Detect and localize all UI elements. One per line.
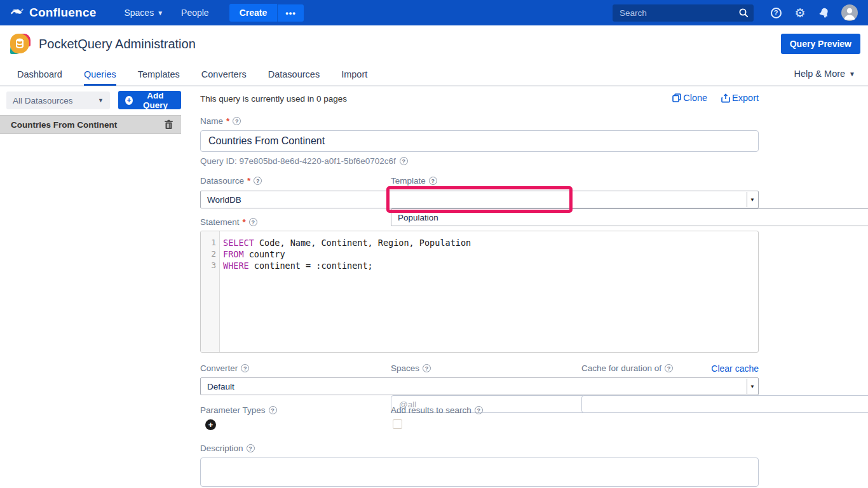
help-icon[interactable]: ? xyxy=(769,6,783,20)
datasource-label: Datasource* ? xyxy=(200,176,377,186)
export-link[interactable]: Export xyxy=(721,93,759,103)
tab-import[interactable]: Import xyxy=(341,64,367,84)
help-qmark-icon[interactable]: ? xyxy=(249,218,257,226)
converter-select[interactable]: Default ▼ xyxy=(200,377,759,395)
nav-spaces[interactable]: Spaces▼ xyxy=(124,8,163,18)
spaces-label: Spaces ? xyxy=(391,363,568,373)
confluence-logo-icon xyxy=(10,4,24,21)
help-qmark-icon[interactable]: ? xyxy=(247,444,255,452)
nav-more-button[interactable]: ••• xyxy=(277,4,304,22)
template-label: Template ? xyxy=(391,176,568,186)
datasource-filter-select[interactable]: All Datasources▼ xyxy=(6,92,110,109)
query-name: Countries From Continent xyxy=(11,120,117,130)
page-title: PocketQuery Administration xyxy=(39,37,196,51)
notifications-bell-icon[interactable] xyxy=(817,6,831,20)
admin-tabbar: Dashboard Queries Templates Converters D… xyxy=(0,62,868,86)
help-qmark-icon[interactable]: ? xyxy=(429,177,437,185)
plus-icon: + xyxy=(125,96,133,105)
page-header: PocketQuery Administration Query Preview xyxy=(0,25,868,62)
top-navbar: Confluence Spaces▼ People Create ••• ? ⚙ xyxy=(0,0,868,25)
nav-people[interactable]: People xyxy=(181,8,209,18)
help-qmark-icon[interactable]: ? xyxy=(254,177,262,185)
chevron-down-icon: ▼ xyxy=(157,10,163,17)
gear-icon[interactable]: ⚙ xyxy=(793,6,807,20)
chevron-down-icon: ▼ xyxy=(98,97,104,104)
add-query-button[interactable]: + Add Query xyxy=(118,91,181,109)
parameter-types-label: Parameter Types ? xyxy=(200,405,377,415)
confluence-brand[interactable]: Confluence xyxy=(10,4,96,21)
help-qmark-icon[interactable]: ? xyxy=(233,117,241,125)
dropdown-arrow-icon: ▼ xyxy=(747,192,757,207)
name-input[interactable] xyxy=(200,130,759,152)
chevron-down-icon: ▼ xyxy=(849,71,855,78)
converter-label: Converter ? xyxy=(200,363,377,373)
description-textarea[interactable] xyxy=(200,458,759,487)
queries-sidebar: All Datasources▼ + Add Query Countries F… xyxy=(0,86,181,488)
user-avatar[interactable] xyxy=(841,4,858,21)
search-box xyxy=(613,4,754,22)
query-edit-form: This query is currently used in 0 pages … xyxy=(200,86,759,488)
help-qmark-icon[interactable]: ? xyxy=(241,364,249,372)
cache-duration-input[interactable] xyxy=(581,395,868,413)
sql-code[interactable]: SELECT Code, Name, Continent, Region, Po… xyxy=(220,231,471,352)
clone-link[interactable]: Clone xyxy=(672,93,707,103)
editor-line-numbers: 1 2 3 xyxy=(201,231,220,352)
tab-dashboard[interactable]: Dashboard xyxy=(17,64,62,84)
search-input[interactable] xyxy=(613,4,754,22)
tab-templates[interactable]: Templates xyxy=(138,64,180,84)
statement-code-editor[interactable]: 1 2 3 SELECT Code, Name, Continent, Regi… xyxy=(200,231,759,353)
name-label: Name* ? xyxy=(200,116,759,126)
tab-queries[interactable]: Queries xyxy=(84,64,116,86)
query-preview-button[interactable]: Query Preview xyxy=(781,34,860,54)
usage-text: This query is currently used in 0 pages xyxy=(200,94,347,104)
help-qmark-icon[interactable]: ? xyxy=(400,157,408,165)
query-list-item[interactable]: Countries From Continent xyxy=(0,115,181,134)
pocketquery-logo-icon xyxy=(10,34,31,54)
help-qmark-icon[interactable]: ? xyxy=(665,364,673,372)
add-parameter-type-button[interactable]: + xyxy=(205,419,216,430)
statement-label: Statement* ? xyxy=(200,217,759,227)
description-label: Description ? xyxy=(200,444,759,453)
create-button[interactable]: Create xyxy=(229,4,278,22)
brand-name: Confluence xyxy=(29,6,96,20)
clear-cache-link[interactable]: Clear cache xyxy=(711,363,759,374)
search-icon[interactable] xyxy=(738,8,749,20)
help-qmark-icon[interactable]: ? xyxy=(423,364,431,372)
query-id-text: Query ID: 97e805bd-8e6d-4220-a0f1-5bf6e0… xyxy=(200,156,759,166)
tab-converters[interactable]: Converters xyxy=(201,64,247,84)
delete-query-trash-icon[interactable] xyxy=(164,119,173,130)
datasource-select[interactable]: WorldDB ▼ xyxy=(200,191,759,208)
help-qmark-icon[interactable]: ? xyxy=(475,406,483,414)
tab-datasources[interactable]: Datasources xyxy=(268,64,320,84)
add-results-checkbox[interactable] xyxy=(393,419,402,429)
dropdown-arrow-icon: ▼ xyxy=(747,379,757,394)
help-more-menu[interactable]: Help & More▼ xyxy=(794,69,856,79)
add-results-label: Add results to search ? xyxy=(391,405,568,415)
help-qmark-icon[interactable]: ? xyxy=(269,406,277,414)
